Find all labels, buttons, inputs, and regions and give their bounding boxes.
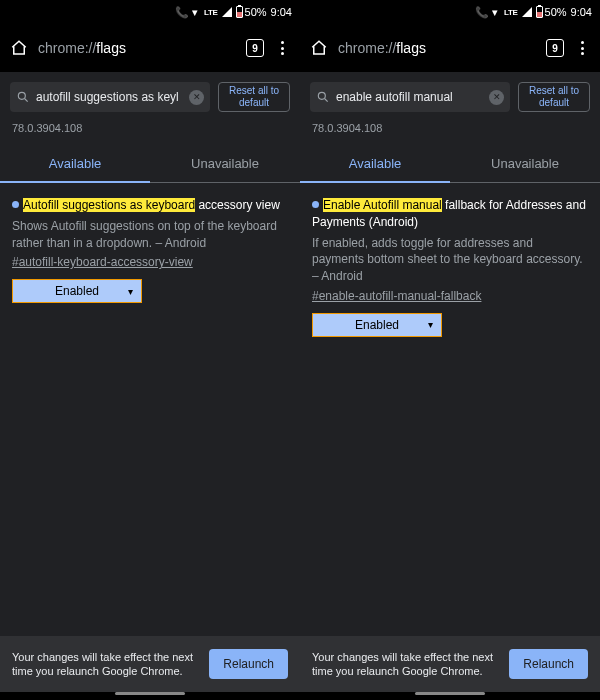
svg-line-1 (25, 99, 28, 102)
url-bar[interactable]: chrome://flags (38, 40, 236, 56)
flag-item: Enable Autofill manual fallback for Addr… (300, 183, 600, 337)
lte-indicator: LTE (504, 8, 518, 17)
clear-icon[interactable]: ✕ (189, 90, 204, 105)
tab-unavailable[interactable]: Unavailable (150, 148, 300, 183)
url-bar[interactable]: chrome://flags (338, 40, 536, 56)
chrome-version: 78.0.3904.108 (300, 120, 600, 134)
wifi-icon: ▾ (192, 6, 198, 19)
status-bar: 📞 ▾ LTE 50% 9:04 (300, 0, 600, 24)
reset-all-button[interactable]: Reset all to default (518, 82, 590, 112)
relaunch-bar: Your changes will take effect the next t… (300, 636, 600, 692)
clock: 9:04 (271, 6, 292, 18)
lte-indicator: LTE (204, 8, 218, 17)
tab-available[interactable]: Available (0, 148, 150, 183)
wifi-icon: ▾ (492, 6, 498, 19)
right-screenshot: 📞 ▾ LTE 50% 9:04 chrome://flags 9 enable… (300, 0, 600, 700)
flag-anchor-link[interactable]: #enable-autofill-manual-fallback (312, 289, 481, 303)
relaunch-button[interactable]: Relaunch (509, 649, 588, 679)
svg-point-0 (18, 92, 25, 99)
chrome-version: 78.0.3904.108 (0, 120, 300, 134)
gesture-bar (0, 692, 300, 700)
omnibox-row: chrome://flags 9 (300, 24, 600, 72)
flag-state-dropdown[interactable]: Enabled (12, 279, 142, 303)
tab-switcher[interactable]: 9 (246, 39, 264, 57)
clear-icon[interactable]: ✕ (489, 90, 504, 105)
battery-indicator: 50% (536, 6, 567, 18)
search-input[interactable]: autofill suggestions as keyl ✕ (10, 82, 210, 112)
battery-indicator: 50% (236, 6, 267, 18)
svg-point-2 (318, 92, 325, 99)
wifi-calling-icon: 📞 (475, 6, 489, 19)
search-input[interactable]: enable autofill manual ✕ (310, 82, 510, 112)
modified-dot-icon (12, 201, 19, 208)
home-icon[interactable] (10, 39, 28, 57)
relaunch-message: Your changes will take effect the next t… (312, 650, 499, 679)
status-bar: 📞 ▾ LTE 50% 9:04 (0, 0, 300, 24)
flag-item: Autofill suggestions as keyboard accesso… (0, 183, 300, 303)
home-icon[interactable] (310, 39, 328, 57)
gesture-bar (300, 692, 600, 700)
wifi-calling-icon: 📞 (175, 6, 189, 19)
menu-icon[interactable] (274, 41, 290, 55)
reset-all-button[interactable]: Reset all to default (218, 82, 290, 112)
signal-icon (222, 7, 232, 17)
omnibox-row: chrome://flags 9 (0, 24, 300, 72)
tab-switcher[interactable]: 9 (546, 39, 564, 57)
clock: 9:04 (571, 6, 592, 18)
flag-anchor-link[interactable]: #autofill-keyboard-accessory-view (12, 255, 193, 269)
search-icon (316, 90, 330, 104)
svg-line-3 (325, 99, 328, 102)
tab-available[interactable]: Available (300, 148, 450, 183)
flag-title: Enable Autofill manual fallback for Addr… (312, 197, 588, 231)
flag-title: Autofill suggestions as keyboard accesso… (12, 197, 288, 214)
relaunch-button[interactable]: Relaunch (209, 649, 288, 679)
tab-unavailable[interactable]: Unavailable (450, 148, 600, 183)
relaunch-bar: Your changes will take effect the next t… (0, 636, 300, 692)
modified-dot-icon (312, 201, 319, 208)
left-screenshot: 📞 ▾ LTE 50% 9:04 chrome://flags 9 autofi… (0, 0, 300, 700)
menu-icon[interactable] (574, 41, 590, 55)
flag-description: If enabled, adds toggle for addresses an… (312, 235, 588, 285)
signal-icon (522, 7, 532, 17)
search-icon (16, 90, 30, 104)
flag-description: Shows Autofill suggestions on top of the… (12, 218, 288, 252)
flag-state-dropdown[interactable]: Enabled (312, 313, 442, 337)
relaunch-message: Your changes will take effect the next t… (12, 650, 199, 679)
